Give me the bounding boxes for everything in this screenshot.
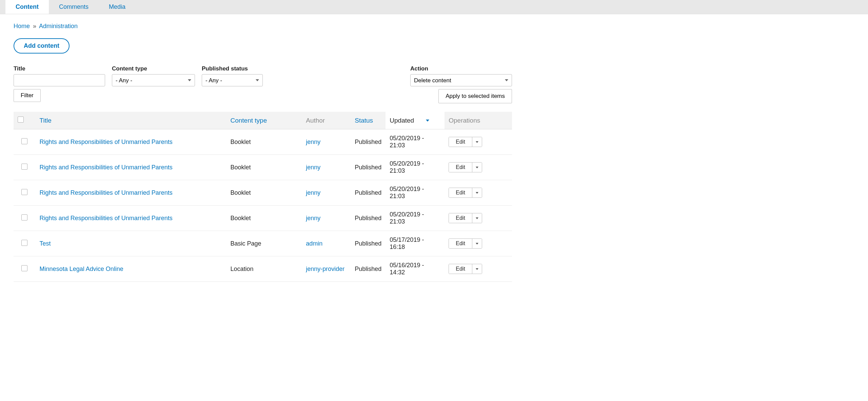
content-type-select[interactable]: - Any -	[112, 74, 195, 86]
row-status: Published	[351, 231, 386, 256]
row-operations: Edit	[449, 162, 482, 172]
table-row: Rights and Responsibilities of Unmarried…	[14, 180, 512, 206]
row-author-link[interactable]: jenny	[306, 189, 320, 196]
tab-comments[interactable]: Comments	[49, 0, 99, 14]
table-row: TestBasic PageadminPublished05/17/2019 -…	[14, 231, 512, 256]
header-title[interactable]: Title	[36, 112, 226, 129]
row-author-link[interactable]: jenny	[306, 139, 320, 145]
operations-dropdown-toggle[interactable]	[472, 137, 482, 147]
row-status: Published	[351, 180, 386, 206]
row-content-type: Booklet	[226, 180, 302, 206]
edit-button[interactable]: Edit	[449, 137, 472, 147]
row-checkbox[interactable]	[21, 189, 27, 195]
row-content-type: Booklet	[226, 206, 302, 231]
operations-dropdown-toggle[interactable]	[472, 163, 482, 172]
tab-media[interactable]: Media	[99, 0, 136, 14]
select-all-checkbox[interactable]	[18, 117, 24, 123]
filter-button[interactable]: Filter	[14, 89, 41, 102]
row-status: Published	[351, 256, 386, 282]
svg-marker-3	[476, 192, 478, 194]
row-title-link[interactable]: Minnesota Legal Advice Online	[40, 266, 123, 272]
edit-button[interactable]: Edit	[449, 213, 472, 223]
row-status: Published	[351, 155, 386, 180]
svg-marker-5	[476, 243, 478, 245]
operations-dropdown-toggle[interactable]	[472, 213, 482, 223]
tabs-bar: Content Comments Media	[0, 0, 868, 14]
table-row: Rights and Responsibilities of Unmarried…	[14, 206, 512, 231]
row-operations: Edit	[449, 188, 482, 198]
row-operations: Edit	[449, 137, 482, 147]
row-author-link[interactable]: jenny	[306, 215, 320, 221]
row-content-type: Basic Page	[226, 231, 302, 256]
breadcrumb: Home » Administration	[14, 23, 512, 30]
row-status: Published	[351, 129, 386, 155]
row-checkbox[interactable]	[21, 265, 27, 271]
row-operations: Edit	[449, 264, 482, 274]
row-updated: 05/20/2019 - 21:03	[386, 155, 445, 180]
table-row: Rights and Responsibilities of Unmarried…	[14, 129, 512, 155]
published-status-filter-label: Published status	[202, 65, 263, 72]
row-updated: 05/16/2019 - 14:32	[386, 256, 445, 282]
tab-content[interactable]: Content	[5, 0, 49, 14]
row-checkbox[interactable]	[21, 214, 27, 220]
published-status-select[interactable]: - Any -	[202, 74, 263, 86]
header-status[interactable]: Status	[351, 112, 386, 129]
svg-marker-0	[426, 120, 429, 122]
row-checkbox[interactable]	[21, 240, 27, 246]
row-operations: Edit	[449, 213, 482, 223]
row-updated: 05/17/2019 - 16:18	[386, 231, 445, 256]
operations-dropdown-toggle[interactable]	[472, 188, 482, 197]
content-table: Title Content type Author Status Updated…	[14, 112, 512, 282]
table-row: Minnesota Legal Advice OnlineLocationjen…	[14, 256, 512, 282]
edit-button[interactable]: Edit	[449, 163, 472, 172]
row-author-link[interactable]: jenny-provider	[306, 266, 344, 272]
breadcrumb-separator: »	[33, 23, 36, 29]
action-select[interactable]: Delete content	[410, 74, 512, 86]
header-content-type[interactable]: Content type	[226, 112, 302, 129]
row-title-link[interactable]: Rights and Responsibilities of Unmarried…	[40, 189, 173, 196]
edit-button[interactable]: Edit	[449, 188, 472, 197]
svg-marker-1	[476, 141, 478, 143]
row-title-link[interactable]: Rights and Responsibilities of Unmarried…	[40, 139, 173, 145]
apply-to-selected-button[interactable]: Apply to selected items	[438, 89, 512, 103]
row-updated: 05/20/2019 - 21:03	[386, 180, 445, 206]
title-filter-input[interactable]	[14, 74, 105, 86]
row-operations: Edit	[449, 238, 482, 249]
row-title-link[interactable]: Rights and Responsibilities of Unmarried…	[40, 215, 173, 221]
header-author: Author	[302, 112, 351, 129]
operations-dropdown-toggle[interactable]	[472, 264, 482, 274]
row-content-type: Location	[226, 256, 302, 282]
row-content-type: Booklet	[226, 129, 302, 155]
row-updated: 05/20/2019 - 21:03	[386, 129, 445, 155]
row-content-type: Booklet	[226, 155, 302, 180]
svg-marker-6	[476, 268, 478, 270]
edit-button[interactable]: Edit	[449, 239, 472, 248]
edit-button[interactable]: Edit	[449, 264, 472, 274]
breadcrumb-home[interactable]: Home	[14, 23, 30, 29]
content-type-filter-label: Content type	[112, 65, 195, 72]
row-title-link[interactable]: Rights and Responsibilities of Unmarried…	[40, 164, 173, 171]
row-title-link[interactable]: Test	[40, 240, 51, 247]
row-updated: 05/20/2019 - 21:03	[386, 206, 445, 231]
header-operations: Operations	[445, 112, 512, 129]
header-updated-label: Updated	[390, 117, 414, 124]
row-checkbox[interactable]	[21, 164, 27, 170]
row-status: Published	[351, 206, 386, 231]
title-filter-label: Title	[14, 65, 105, 72]
row-author-link[interactable]: admin	[306, 240, 322, 247]
action-label: Action	[410, 65, 512, 72]
svg-marker-4	[476, 217, 478, 219]
table-row: Rights and Responsibilities of Unmarried…	[14, 155, 512, 180]
row-author-link[interactable]: jenny	[306, 164, 320, 171]
sort-desc-icon	[426, 120, 429, 122]
add-content-button[interactable]: Add content	[14, 38, 70, 54]
operations-dropdown-toggle[interactable]	[472, 239, 482, 248]
row-checkbox[interactable]	[21, 138, 27, 144]
header-updated[interactable]: Updated	[386, 112, 445, 129]
svg-marker-2	[476, 167, 478, 168]
breadcrumb-administration[interactable]: Administration	[39, 23, 78, 29]
